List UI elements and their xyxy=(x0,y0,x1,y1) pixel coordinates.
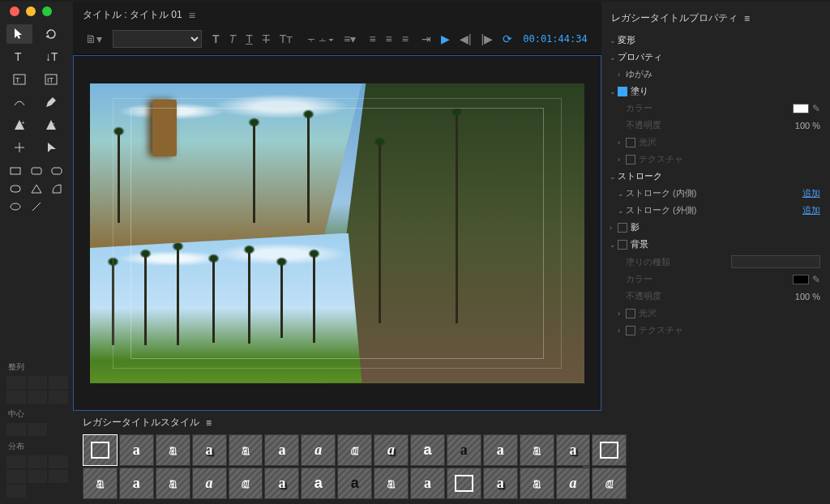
style-swatch[interactable]: a xyxy=(447,434,481,466)
styles-panel-menu-icon[interactable]: ≡ xyxy=(206,417,212,429)
arc-tool[interactable] xyxy=(48,182,66,196)
stroke-outer-toggle[interactable]: ⌄ xyxy=(618,207,626,215)
dist-2[interactable] xyxy=(28,455,47,468)
font-family-select[interactable] xyxy=(113,30,202,48)
sheen-checkbox[interactable] xyxy=(626,138,635,147)
kerning-button[interactable]: ⫟⫠▾ xyxy=(303,31,336,47)
texture-checkbox[interactable] xyxy=(626,155,635,164)
dist-1[interactable] xyxy=(6,455,26,468)
transform-toggle[interactable]: ⌄ xyxy=(610,36,618,45)
fill-opacity-value[interactable]: 100 % xyxy=(795,121,820,130)
style-swatch[interactable]: a xyxy=(83,468,118,499)
style-swatch[interactable]: a xyxy=(374,434,409,466)
style-swatch[interactable]: a xyxy=(483,434,518,466)
bg-texture-toggle[interactable]: › xyxy=(618,327,626,335)
style-swatch[interactable]: a xyxy=(556,468,591,499)
style-swatch[interactable]: a xyxy=(301,468,336,499)
center-v[interactable] xyxy=(28,423,47,436)
strikethrough-button[interactable]: T̶ xyxy=(260,31,272,47)
style-swatch[interactable]: a xyxy=(229,434,263,466)
stroke-inner-add-link[interactable]: 追加 xyxy=(802,187,820,199)
convert-anchor-tool[interactable] xyxy=(6,138,32,157)
pen-tool[interactable] xyxy=(38,92,64,112)
fill-eyedropper-icon[interactable]: ✎ xyxy=(812,103,820,114)
stroke-toggle[interactable]: ⌄ xyxy=(610,173,618,181)
shadow-checkbox[interactable] xyxy=(618,223,627,233)
underline-button[interactable]: T xyxy=(243,31,255,47)
style-swatch[interactable]: a xyxy=(119,434,154,466)
align-hcenter[interactable] xyxy=(28,376,47,389)
small-caps-button[interactable]: Tᴛ xyxy=(277,31,296,47)
title-canvas-area[interactable] xyxy=(73,55,601,411)
style-swatch[interactable]: a xyxy=(337,434,372,466)
bg-sheen-checkbox[interactable] xyxy=(626,309,635,318)
wedge-tool[interactable] xyxy=(28,182,45,196)
style-swatch[interactable]: a xyxy=(156,468,190,499)
background-toggle[interactable]: ⌄ xyxy=(610,241,618,249)
align-left-text[interactable]: ≡ xyxy=(366,31,378,47)
add-anchor-tool[interactable]: + xyxy=(6,115,32,135)
style-swatch[interactable]: a xyxy=(337,468,372,499)
fill-toggle[interactable]: ⌄ xyxy=(610,88,618,96)
delete-anchor-tool[interactable]: - xyxy=(38,115,64,135)
selection-tool[interactable] xyxy=(6,24,32,44)
align-left[interactable] xyxy=(6,376,26,389)
ellipse-tool[interactable] xyxy=(6,199,24,214)
style-swatch[interactable] xyxy=(83,434,118,466)
maximize-window-button[interactable] xyxy=(42,6,52,16)
close-window-button[interactable] xyxy=(10,6,19,16)
italic-button[interactable]: T xyxy=(227,31,239,47)
minimize-window-button[interactable] xyxy=(26,6,36,16)
properties-toggle[interactable]: ⌄ xyxy=(610,53,618,62)
texture-toggle[interactable]: › xyxy=(618,156,626,164)
background-checkbox[interactable] xyxy=(618,240,627,250)
leading-button[interactable]: ≡▾ xyxy=(341,31,358,47)
style-swatch[interactable]: a xyxy=(229,468,263,499)
distort-toggle[interactable]: › xyxy=(618,70,626,79)
bg-sheen-toggle[interactable]: › xyxy=(618,310,626,318)
style-swatch[interactable]: a xyxy=(264,468,299,499)
stroke-inner-toggle[interactable]: ⌄ xyxy=(618,190,626,198)
dist-4[interactable] xyxy=(6,470,26,483)
prev-frame-button[interactable]: ◀| xyxy=(457,31,474,47)
bold-button[interactable]: T xyxy=(210,31,222,47)
sync-button[interactable]: ⟳ xyxy=(500,31,515,47)
stroke-outer-add-link[interactable]: 追加 xyxy=(802,204,820,216)
fill-color-swatch[interactable] xyxy=(793,104,809,113)
style-swatch[interactable]: a xyxy=(483,468,518,499)
align-center-text[interactable]: ≡ xyxy=(383,31,395,47)
align-bottom[interactable] xyxy=(49,391,68,404)
area-type-tool[interactable]: T xyxy=(6,70,32,89)
shadow-toggle[interactable]: › xyxy=(610,224,618,232)
bg-texture-checkbox[interactable] xyxy=(626,326,635,335)
path-type-tool[interactable] xyxy=(6,92,32,112)
dist-7[interactable] xyxy=(6,485,26,498)
show-video-button[interactable]: ▶ xyxy=(439,31,452,47)
type-tool[interactable]: T xyxy=(6,47,32,66)
bg-eyedropper-icon[interactable]: ✎ xyxy=(812,274,820,285)
bg-color-swatch[interactable] xyxy=(793,275,809,284)
style-swatch[interactable] xyxy=(592,434,627,466)
rounded-rect-tool[interactable] xyxy=(28,164,45,178)
align-vcenter[interactable] xyxy=(28,391,47,404)
style-swatch[interactable]: a xyxy=(520,434,554,466)
style-swatch[interactable]: a xyxy=(119,468,154,499)
rounded-rect-fill-tool[interactable] xyxy=(6,182,24,196)
style-swatch[interactable]: a xyxy=(156,434,190,466)
timecode-display[interactable]: 00:01:44:34 xyxy=(523,33,587,45)
line-tool[interactable] xyxy=(28,199,45,214)
clipped-rect-tool[interactable] xyxy=(48,164,66,178)
style-swatch[interactable]: a xyxy=(410,468,445,499)
next-frame-button[interactable]: |▶ xyxy=(479,31,496,47)
new-title-button[interactable]: 🗎▾ xyxy=(83,31,105,47)
anchor-select-tool[interactable] xyxy=(38,138,64,157)
title-panel-menu-icon[interactable]: ≡ xyxy=(189,9,195,22)
rectangle-tool[interactable] xyxy=(6,164,24,178)
fill-checkbox[interactable] xyxy=(618,87,627,96)
dist-6[interactable] xyxy=(49,470,68,483)
style-swatch[interactable]: a xyxy=(192,468,227,499)
align-top[interactable] xyxy=(6,391,26,404)
bg-filltype-select[interactable] xyxy=(731,255,820,268)
sheen-toggle[interactable]: › xyxy=(618,139,626,147)
rotate-tool[interactable] xyxy=(38,24,64,44)
